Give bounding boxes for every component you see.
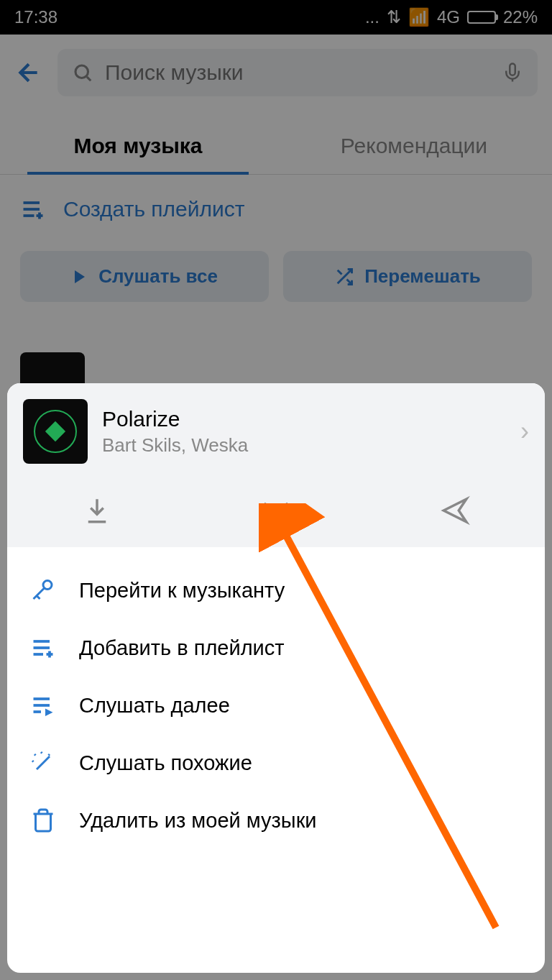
broadcast-button[interactable] (261, 495, 291, 526)
download-button[interactable] (82, 495, 112, 526)
play-next-icon (29, 692, 58, 718)
chevron-right-icon: › (520, 416, 529, 447)
sheet-track-header[interactable]: Polarize Bart Skils, Weska › (7, 383, 545, 480)
svg-point-10 (273, 508, 278, 513)
track-context-sheet: Polarize Bart Skils, Weska › Перейти к м… (7, 383, 545, 973)
playlist-add-icon (29, 635, 58, 661)
menu-add-to-playlist[interactable]: Добавить в плейлист (7, 619, 545, 677)
menu-go-to-artist[interactable]: Перейти к музыканту (7, 562, 545, 619)
track-artist: Bart Skils, Weska (102, 434, 506, 457)
album-art (23, 399, 88, 464)
menu-play-next[interactable]: Слушать далее (7, 677, 545, 734)
svg-point-11 (43, 581, 52, 590)
svg-marker-20 (45, 709, 53, 717)
trash-icon (29, 807, 58, 833)
wand-icon (29, 750, 58, 776)
sheet-quick-actions (7, 480, 545, 547)
track-title: Polarize (102, 407, 506, 431)
share-button[interactable] (440, 495, 470, 526)
menu-delete[interactable]: Удалить из моей музыки (7, 792, 545, 849)
menu-similar[interactable]: Слушать похожие (7, 734, 545, 792)
track-info: Polarize Bart Skils, Weska (102, 407, 506, 457)
menu-list: Перейти к музыканту Добавить в плейлист … (7, 547, 545, 864)
mic-icon (29, 577, 58, 603)
